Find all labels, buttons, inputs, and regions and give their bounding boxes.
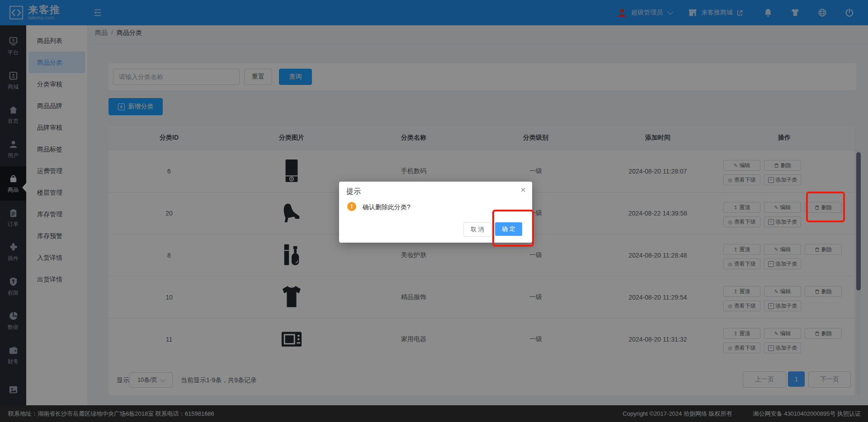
warning-icon: ! xyxy=(347,202,356,211)
cancel-button[interactable]: 取 消 xyxy=(463,222,491,237)
dialog-title: 提示 xyxy=(346,187,361,197)
app-window: 来客推 laiketui.com 超级管理员 来客推商城 xyxy=(0,0,868,422)
close-icon[interactable]: × xyxy=(520,185,526,194)
annotation-box-confirm-button xyxy=(492,210,534,247)
annotation-box-delete-button xyxy=(806,192,845,222)
dialog-message: 确认删除此分类? xyxy=(363,203,410,211)
